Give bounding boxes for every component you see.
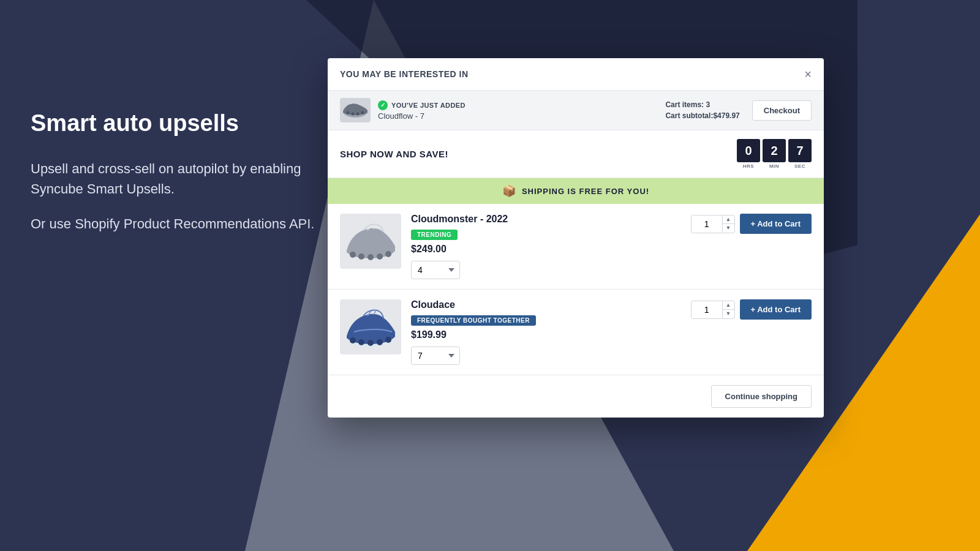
page-paragraph-1: Upsell and cross-sell on autopilot by en… <box>31 159 325 199</box>
product-qty-select-2[interactable]: 7 1 2 3 4 5 6 8 <box>411 347 460 365</box>
close-button[interactable]: × <box>804 68 812 80</box>
shop-now-bar: SHOP NOW AND SAVE! 0 HRS 2 MIN 7 SEC <box>328 130 824 178</box>
product-section-2: Cloudace FREQUENTLY BOUGHT TOGETHER $199… <box>328 290 824 375</box>
timer-hours-block: 0 HRS <box>737 139 760 169</box>
product-name-1: Cloudmonster - 2022 <box>411 214 681 225</box>
modal-footer: Continue shopping <box>328 375 824 418</box>
upsell-modal: YOU MAY BE INTERESTED IN × ✓ <box>328 58 824 418</box>
added-bar-left: ✓ YOU'VE JUST ADDED Cloudflow - 7 <box>340 98 466 122</box>
shipping-text: SHIPPING IS FREE FOR YOU! <box>522 187 649 196</box>
product-row-2: Cloudace FREQUENTLY BOUGHT TOGETHER $199… <box>340 299 812 365</box>
svg-point-10 <box>385 251 391 257</box>
quantity-arrows-2: ▲ ▼ <box>722 301 734 318</box>
checkout-button[interactable]: Checkout <box>752 100 812 121</box>
product-name-2: Cloudace <box>411 299 681 310</box>
product-image-1 <box>340 214 401 269</box>
product-image-2 <box>340 299 401 354</box>
timer-seconds-block: 7 SEC <box>788 139 812 169</box>
added-label: ✓ YOU'VE JUST ADDED <box>378 100 466 110</box>
svg-point-1 <box>347 111 350 114</box>
svg-point-15 <box>377 339 383 345</box>
quantity-arrows-1: ▲ ▼ <box>722 216 734 232</box>
product-details-2: Cloudace FREQUENTLY BOUGHT TOGETHER $199… <box>411 299 681 365</box>
svg-point-7 <box>358 253 364 260</box>
shipping-icon: 📦 <box>502 184 516 198</box>
svg-point-16 <box>385 337 391 343</box>
timer-seconds: 7 <box>788 139 812 162</box>
product-badge-1: TRENDING <box>411 230 458 240</box>
timer-sec-label: SEC <box>794 163 805 169</box>
product-section-1: Cloudmonster - 2022 TRENDING $249.00 4 1… <box>328 204 824 290</box>
product-badge-2: FREQUENTLY BOUGHT TOGETHER <box>411 315 536 326</box>
product-price-1: $249.00 <box>411 244 681 255</box>
check-icon: ✓ <box>378 100 388 110</box>
svg-point-2 <box>352 113 355 116</box>
product-qty-select-1[interactable]: 4 1 2 3 5 6 7 8 <box>411 261 460 279</box>
svg-point-12 <box>350 337 356 343</box>
added-item-bar: ✓ YOU'VE JUST ADDED Cloudflow - 7 Cart i… <box>328 91 824 130</box>
cart-info: Cart items: 3 Cart subtotal:$479.97 <box>665 99 739 121</box>
added-product-name: Cloudflow - 7 <box>378 111 466 121</box>
quantity-input-1[interactable] <box>692 216 722 233</box>
timer-minutes-block: 2 MIN <box>763 139 786 169</box>
svg-point-6 <box>350 252 356 258</box>
svg-point-4 <box>361 111 364 114</box>
modal-title: YOU MAY BE INTERESTED IN <box>340 69 469 79</box>
timer-min-label: MIN <box>769 163 779 169</box>
added-info: ✓ YOU'VE JUST ADDED Cloudflow - 7 <box>378 100 466 121</box>
shop-now-label: SHOP NOW AND SAVE! <box>340 149 448 159</box>
added-bar-right: Cart items: 3 Cart subtotal:$479.97 Chec… <box>665 99 812 121</box>
page-paragraph-2: Or use Shopify Product Recommendations A… <box>31 214 325 234</box>
quantity-up-1[interactable]: ▲ <box>723 216 734 224</box>
continue-shopping-button[interactable]: Continue shopping <box>711 385 812 408</box>
quantity-down-2[interactable]: ▼ <box>723 310 734 318</box>
product-row-1: Cloudmonster - 2022 TRENDING $249.00 4 1… <box>340 214 812 279</box>
product-price-2: $199.99 <box>411 329 681 340</box>
svg-point-8 <box>368 254 374 260</box>
svg-point-9 <box>377 253 383 260</box>
page-heading: Smart auto upsells <box>31 110 325 137</box>
quantity-down-1[interactable]: ▼ <box>723 224 734 232</box>
quantity-stepper-1: ▲ ▼ <box>691 215 735 233</box>
timer-hrs-label: HRS <box>743 163 754 169</box>
timer-hours: 0 <box>737 139 760 162</box>
quantity-up-2[interactable]: ▲ <box>723 301 734 310</box>
countdown-timer: 0 HRS 2 MIN 7 SEC <box>737 139 812 169</box>
quantity-stepper-2: ▲ ▼ <box>691 301 735 319</box>
product-action-1: ▲ ▼ + Add to Cart <box>691 214 812 234</box>
added-shoe-image <box>340 98 371 122</box>
shipping-bar: 📦 SHIPPING IS FREE FOR YOU! <box>328 178 824 204</box>
product-action-2: ▲ ▼ + Add to Cart <box>691 299 812 320</box>
timer-minutes: 2 <box>763 139 786 162</box>
add-to-cart-button-1[interactable]: + Add to Cart <box>740 214 812 234</box>
svg-point-3 <box>356 113 360 116</box>
quantity-input-2[interactable] <box>692 301 722 318</box>
left-content: Smart auto upsells Upsell and cross-sell… <box>31 110 325 249</box>
product-details-1: Cloudmonster - 2022 TRENDING $249.00 4 1… <box>411 214 681 279</box>
svg-point-13 <box>358 339 364 345</box>
add-to-cart-button-2[interactable]: + Add to Cart <box>740 299 812 320</box>
modal-header: YOU MAY BE INTERESTED IN × <box>328 58 824 91</box>
svg-point-14 <box>368 340 374 346</box>
